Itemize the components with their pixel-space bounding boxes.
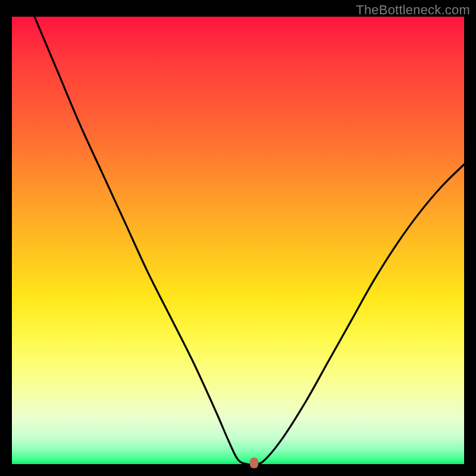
watermark-label: TheBottleneck.com [356, 2, 470, 18]
curve-path [35, 17, 464, 464]
optimum-marker [250, 458, 258, 468]
bottleneck-curve [12, 17, 464, 464]
chart-frame: TheBottleneck.com [0, 0, 476, 476]
plot-area [12, 17, 464, 464]
